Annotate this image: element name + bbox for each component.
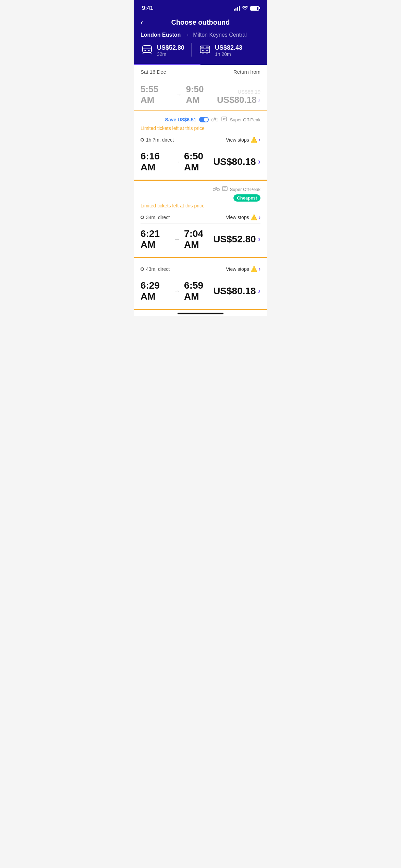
price-2: US$52.80: [213, 234, 256, 245]
listing-2[interactable]: Super Off-Peak Cheapest Limited tickets …: [134, 181, 267, 258]
bike-icon-1: [211, 116, 218, 123]
arrow-icon-3: →: [174, 288, 180, 295]
svg-rect-18: [223, 118, 226, 119]
warning-icon-2: ⚠️: [251, 214, 257, 220]
price-chevron-1: ›: [258, 157, 260, 166]
save-row-1: Save US$6.51 Super Off-Peak: [141, 116, 260, 123]
bus-icon: [198, 43, 211, 58]
arrive-time-1: 6:50 AM: [184, 151, 213, 173]
limited-tickets-2: Limited tickets left at this price: [141, 203, 260, 208]
view-stops-2[interactable]: View stops ⚠️ ›: [226, 214, 260, 220]
times-price-2: 6:21 AM → 7:04 AM US$52.80 ›: [141, 224, 260, 252]
svg-point-12: [206, 50, 208, 51]
listing-1[interactable]: Save US$6.51 Super Off-Peak: [134, 111, 267, 181]
train-icon: [141, 43, 154, 58]
svg-point-15: [211, 119, 214, 121]
svg-rect-23: [223, 188, 226, 188]
svg-rect-19: [223, 119, 224, 120]
home-bar: [178, 313, 223, 314]
bus-price: US$82.43: [215, 44, 242, 51]
depart-time-3: 6:29 AM: [141, 280, 170, 302]
svg-rect-0: [143, 46, 151, 52]
depart-time-partial: 5:55 AM: [141, 84, 172, 105]
svg-rect-24: [223, 189, 225, 190]
warning-icon-3: ⚠️: [251, 266, 257, 272]
duration-dot-icon-3: [141, 267, 144, 271]
chevron-right-icon-partial: ›: [258, 96, 260, 105]
duration-1: 1h 7m, direct: [141, 137, 174, 143]
ticket-icon-2: [222, 185, 228, 193]
bike-icon-2: [213, 186, 220, 193]
listing-3[interactable]: 43m, direct View stops ⚠️ › 6:29 AM → 6:…: [134, 258, 267, 310]
svg-point-16: [216, 119, 218, 121]
stops-row-1: 1h 7m, direct View stops ⚠️ ›: [141, 134, 260, 146]
duration-dot-icon-1: [141, 138, 144, 142]
depart-time-1: 6:16 AM: [141, 151, 170, 173]
svg-point-4: [145, 50, 146, 51]
cheapest-badge: Cheapest: [233, 194, 260, 202]
status-icons: [234, 5, 259, 11]
svg-point-11: [202, 50, 204, 51]
svg-rect-1: [145, 52, 149, 53]
arrive-time-3: 6:59 AM: [184, 280, 213, 302]
bus-details: US$82.43 1h 20m: [215, 44, 242, 57]
stops-row-3: 43m, direct View stops ⚠️ ›: [141, 263, 260, 275]
price-chevron-2: ›: [258, 235, 260, 244]
ticket-icon-1: [221, 116, 227, 123]
date-bar: Sat 16 Dec Return from: [134, 65, 267, 79]
train-duration: 32m: [157, 51, 184, 57]
depart-time-2: 6:21 AM: [141, 228, 170, 250]
status-time: 9:41: [142, 5, 153, 12]
route-from: London Euston: [141, 32, 181, 38]
svg-rect-9: [206, 52, 208, 53]
listing-partial-top[interactable]: 5:55 AM → 9:50 AM US$86.19 US$80.18 ›: [134, 79, 267, 111]
route-row: London Euston → Milton Keynes Central: [141, 32, 260, 38]
price-chevron-3: ›: [258, 287, 260, 296]
header-top: ‹ Choose outbound: [141, 19, 260, 26]
return-label: Return from: [233, 69, 260, 75]
bus-option[interactable]: US$82.43 1h 20m: [198, 43, 242, 58]
home-indicator: [134, 310, 267, 316]
svg-rect-22: [222, 186, 227, 191]
train-details: US$52.80 32m: [157, 44, 184, 57]
listings-container: 5:55 AM → 9:50 AM US$86.19 US$80.18 › Sa…: [134, 79, 267, 310]
chevron-right-icon-2: ›: [259, 214, 260, 220]
stops-row-2: 34m, direct View stops ⚠️ ›: [141, 211, 260, 224]
chevron-right-icon-1: ›: [259, 137, 260, 143]
train-option[interactable]: US$52.80 32m: [141, 43, 184, 58]
transport-divider: [191, 43, 192, 57]
bus-duration: 1h 20m: [215, 51, 242, 57]
arrive-time-partial: 9:50 AM: [186, 84, 217, 105]
duration-3: 43m, direct: [141, 266, 170, 272]
ticket-type-2: Super Off-Peak: [230, 187, 260, 192]
wifi-icon: [242, 5, 248, 11]
price-3: US$80.18: [213, 286, 256, 297]
toggle-icon-1[interactable]: [199, 117, 209, 122]
duration-dot-icon-2: [141, 216, 144, 219]
svg-rect-8: [202, 52, 204, 53]
status-bar: 9:41: [134, 0, 267, 14]
info-row-2: Super Off-Peak: [141, 185, 260, 193]
svg-point-20: [213, 189, 215, 191]
train-price: US$52.80: [157, 44, 184, 51]
page-title: Choose outbound: [171, 19, 230, 26]
price-1: US$80.18: [213, 156, 256, 167]
svg-rect-17: [222, 117, 227, 121]
view-stops-3[interactable]: View stops ⚠️ ›: [226, 266, 260, 272]
battery-icon: [250, 6, 259, 11]
ticket-type-1: Super Off-Peak: [230, 117, 260, 122]
view-stops-1[interactable]: View stops ⚠️ ›: [226, 136, 260, 143]
route-to: Milton Keynes Central: [193, 32, 247, 38]
price-partial: US$80.18: [217, 95, 257, 105]
chevron-right-icon-3: ›: [259, 266, 260, 272]
arrow-icon-2: →: [174, 236, 180, 243]
arrow-icon-partial: →: [176, 91, 182, 98]
back-button[interactable]: ‹: [141, 18, 143, 27]
strikethrough-price: US$86.19: [238, 89, 260, 95]
header: ‹ Choose outbound London Euston → Milton…: [134, 14, 267, 64]
active-tab-line: [134, 64, 200, 65]
selected-date: Sat 16 Dec: [141, 69, 166, 75]
times-price-3: 6:29 AM → 6:59 AM US$80.18 ›: [141, 275, 260, 304]
svg-rect-13: [201, 47, 204, 48]
duration-2: 34m, direct: [141, 215, 170, 220]
